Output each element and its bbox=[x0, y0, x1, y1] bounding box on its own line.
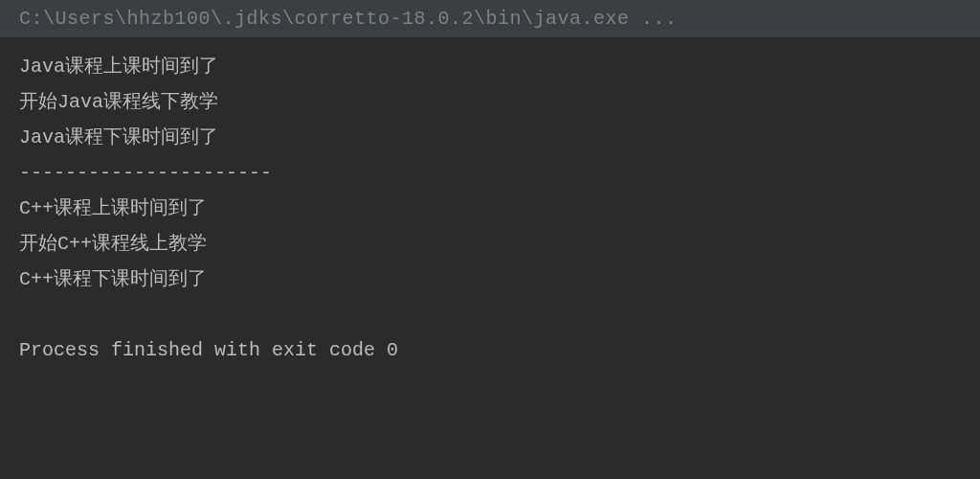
console-output-panel: C:\Users\hhzb100\.jdks\corretto-18.0.2\b… bbox=[0, 0, 980, 479]
output-line: ---------------------- bbox=[19, 155, 961, 191]
exit-code-line: Process finished with exit code 0 bbox=[19, 332, 961, 368]
output-line: Java课程下课时间到了 bbox=[19, 120, 961, 155]
program-output-area: Java课程上课时间到了 开始Java课程线下教学 Java课程下课时间到了 -… bbox=[0, 37, 980, 379]
blank-line bbox=[19, 297, 961, 332]
output-line: 开始Java课程线下教学 bbox=[19, 84, 961, 120]
output-line: Java课程上课时间到了 bbox=[19, 49, 961, 84]
command-invocation-line: C:\Users\hhzb100\.jdks\corretto-18.0.2\b… bbox=[0, 0, 980, 37]
output-line: 开始C++课程线上教学 bbox=[19, 226, 961, 262]
output-line: C++课程下课时间到了 bbox=[19, 262, 961, 297]
output-line: C++课程上课时间到了 bbox=[19, 191, 961, 226]
